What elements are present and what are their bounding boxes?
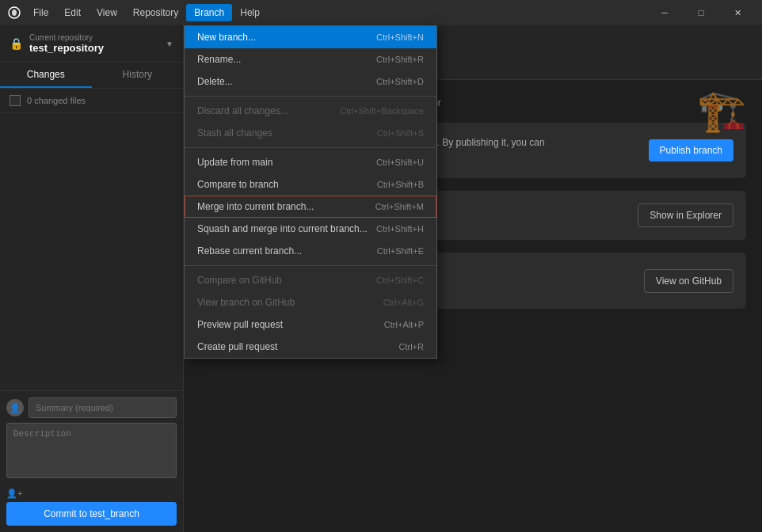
- menu-item-merge-label: Merge into current branch...: [197, 201, 314, 212]
- menu-item-update-shortcut: Ctrl+Shift+U: [376, 158, 424, 167]
- summary-input[interactable]: [29, 397, 177, 418]
- show-in-explorer-button[interactable]: Show in Explorer: [638, 203, 733, 227]
- menu-item-rename[interactable]: Rename... Ctrl+Shift+R: [185, 48, 436, 70]
- avatar: 👤: [6, 399, 24, 416]
- menu-item-discard-shortcut: Ctrl+Shift+Backspace: [340, 106, 424, 116]
- building-illustration: 🏗️: [697, 88, 746, 134]
- repo-header[interactable]: 🔒 Current repository test_repository ▼: [0, 25, 183, 63]
- view-on-github-button[interactable]: View on GitHub: [644, 269, 733, 293]
- menu-item-rebase-shortcut: Ctrl+Shift+E: [377, 246, 424, 256]
- menu-item-compare-github: Compare on GitHub Ctrl+Shift+C: [185, 269, 436, 291]
- changes-area: 0 changed files: [0, 89, 183, 113]
- menu-item-preview-pr[interactable]: Preview pull request Ctrl+Alt+P: [185, 314, 436, 336]
- menu-item-delete-label: Delete...: [197, 76, 233, 87]
- menu-item-squash-label: Squash and merge into current branch...: [197, 223, 368, 234]
- minimize-button[interactable]: ─: [646, 0, 683, 25]
- menu-item-compare-github-shortcut: Ctrl+Shift+C: [376, 276, 424, 285]
- separator-2: [185, 147, 436, 148]
- separator-3: [185, 265, 436, 266]
- title-bar: File Edit View Repository Branch Help ─ …: [0, 0, 762, 25]
- publish-branch-button[interactable]: Publish branch: [649, 139, 733, 162]
- menu-item-discard-label: Discard all changes...: [197, 105, 288, 116]
- commit-row: 👤: [6, 397, 177, 418]
- changes-list: [0, 113, 183, 390]
- menu-file[interactable]: File: [25, 4, 56, 21]
- repo-text: Current repository test_repository: [29, 33, 104, 54]
- app-icon: [6, 5, 22, 21]
- menu-view[interactable]: View: [89, 4, 125, 21]
- menu-item-delete[interactable]: Delete... Ctrl+Shift+D: [185, 70, 436, 93]
- close-button[interactable]: ✕: [719, 0, 756, 25]
- title-bar-controls: ─ □ ✕: [646, 0, 756, 25]
- menu-item-view-branch-github: View branch on GitHub Ctrl+Alt+G: [185, 291, 436, 314]
- tab-changes[interactable]: Changes: [0, 63, 92, 88]
- menu-item-create-pr-label: Create pull request: [197, 341, 277, 352]
- menu-item-delete-shortcut: Ctrl+Shift+D: [376, 77, 424, 86]
- description-input[interactable]: [6, 423, 177, 478]
- tab-history[interactable]: History: [92, 63, 184, 88]
- menu-item-update-label: Update from main: [197, 157, 272, 168]
- menu-item-stash: Stash all changes Ctrl+Shift+S: [185, 122, 436, 144]
- menu-item-new-branch[interactable]: New branch... Ctrl+Shift+N: [185, 26, 436, 48]
- commit-button[interactable]: Commit to test_branch: [6, 502, 177, 526]
- changes-count: 0 changed files: [27, 96, 86, 105]
- menu-branch[interactable]: Branch: [186, 4, 232, 21]
- menu-item-squash[interactable]: Squash and merge into current branch... …: [185, 218, 436, 240]
- menu-item-merge[interactable]: Merge into current branch... Ctrl+Shift+…: [185, 196, 436, 218]
- menu-item-view-branch-github-shortcut: Ctrl+Alt+G: [383, 298, 424, 307]
- repo-name: test_repository: [29, 42, 104, 54]
- menu-item-compare[interactable]: Compare to branch Ctrl+Shift+B: [185, 173, 436, 196]
- commit-area: 👤 👤+ Commit to test_branch: [0, 390, 183, 532]
- repo-label: Current repository: [29, 33, 104, 42]
- menu-help[interactable]: Help: [232, 4, 268, 21]
- chevron-down-icon: ▼: [166, 40, 173, 48]
- lock-icon: 🔒: [10, 37, 23, 50]
- menu-item-merge-shortcut: Ctrl+Shift+M: [375, 202, 424, 211]
- menu-item-rebase-label: Rebase current branch...: [197, 245, 302, 256]
- add-coauthor-icon: 👤+: [6, 488, 22, 499]
- menu-item-stash-label: Stash all changes: [197, 127, 272, 139]
- maximize-button[interactable]: □: [683, 0, 719, 25]
- menu-item-create-pr-shortcut: Ctrl+R: [399, 342, 424, 352]
- menu-item-compare-label: Compare to branch: [197, 179, 279, 190]
- menu-item-rename-shortcut: Ctrl+Shift+R: [376, 55, 424, 64]
- sidebar: 🔒 Current repository test_repository ▼ C…: [0, 25, 184, 532]
- menu-item-compare-shortcut: Ctrl+Shift+B: [377, 180, 424, 189]
- tabs: Changes History: [0, 63, 183, 89]
- menu-item-update[interactable]: Update from main Ctrl+Shift+U: [185, 151, 436, 173]
- menu-edit[interactable]: Edit: [56, 4, 89, 21]
- separator-1: [185, 96, 436, 97]
- repo-info: 🔒 Current repository test_repository: [10, 33, 104, 54]
- menu-item-new-branch-shortcut: Ctrl+Shift+N: [376, 32, 424, 42]
- menu-repository[interactable]: Repository: [125, 4, 186, 21]
- title-bar-left: File Edit View Repository Branch Help: [6, 4, 268, 21]
- menu-item-stash-shortcut: Ctrl+Shift+S: [377, 128, 424, 138]
- menu-item-compare-github-label: Compare on GitHub: [197, 275, 282, 286]
- menu-item-rebase[interactable]: Rebase current branch... Ctrl+Shift+E: [185, 240, 436, 262]
- menu-item-preview-pr-label: Preview pull request: [197, 319, 283, 330]
- menu-item-create-pr[interactable]: Create pull request Ctrl+R: [185, 336, 436, 358]
- menu-item-discard: Discard all changes... Ctrl+Shift+Backsp…: [185, 100, 436, 122]
- menu-item-view-branch-github-label: View branch on GitHub: [197, 297, 295, 308]
- menu-bar: File Edit View Repository Branch Help: [25, 4, 268, 21]
- add-coauthor-button[interactable]: 👤+: [6, 485, 177, 502]
- menu-item-squash-shortcut: Ctrl+Shift+H: [376, 224, 424, 234]
- menu-item-preview-pr-shortcut: Ctrl+Alt+P: [384, 320, 424, 329]
- menu-item-new-branch-label: New branch...: [197, 32, 256, 43]
- menu-item-rename-label: Rename...: [197, 54, 241, 65]
- select-all-checkbox[interactable]: [10, 95, 21, 106]
- branch-dropdown-menu[interactable]: New branch... Ctrl+Shift+N Rename... Ctr…: [184, 25, 437, 359]
